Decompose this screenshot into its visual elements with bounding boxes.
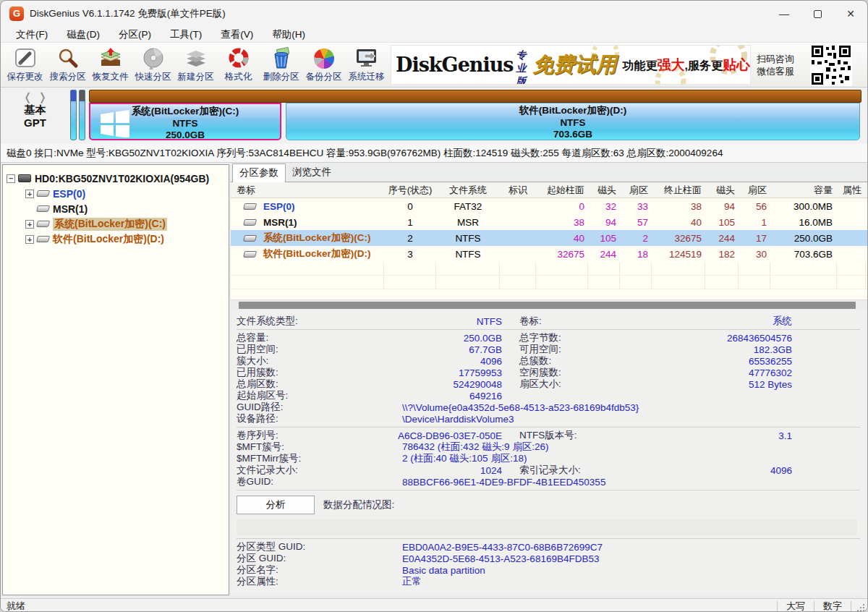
tree-node-system-c[interactable]: + 系统(BitLocker加密)(C:) [25,216,229,231]
disk-graph-bar: ❬❭ 基本 GPT 系统(BitLocker加密)(C:) NTFS 250.0… [1,88,867,144]
partition-table: 卷标 序号(状态) 文件系统 标识 起始柱面 磁头 扇区 终止柱面 磁头 扇区 … [231,182,867,310]
save-changes-button[interactable]: 保存更改 [4,44,46,85]
menu-view[interactable]: 查看(V) [211,28,263,41]
partition-block-esp[interactable] [70,90,77,140]
allocation-map-canvas [237,519,857,535]
maximize-button[interactable] [801,1,834,27]
disk-icon [18,174,31,182]
banner-edition: 专业版 [516,49,527,85]
diskgenius-window: G DiskGenius V6.1.1.1742 免费版(单文件PE版) — ✕… [0,0,868,612]
tree-node-disk[interactable]: − HD0:KBG50ZNV1T02KIOXIA(954GB) [7,171,229,186]
tree-node-msr[interactable]: MSR(1) [25,201,229,216]
partition-icon [243,251,257,258]
right-panel: 分区参数 浏览文件 卷标 序号(状态) 文件系统 标识 起始柱面 磁头 扇区 终… [231,163,867,595]
partition-d-label: 软件(BitLocker加密)(D:) NTFS 703.6GB [286,103,859,140]
quick-partition-button[interactable]: 快速分区 [132,44,174,85]
expand-icon[interactable]: + [25,220,34,229]
search-partition-button[interactable]: 搜索分区 [46,44,89,85]
qr-caption: 扫码咨询 微信客服 [751,53,809,77]
status-caps-indicator: 大写 [779,600,812,612]
divider [237,329,860,330]
pie-icon [314,46,334,71]
format-button[interactable]: 格式化 [217,44,260,85]
partition-icon [243,203,257,210]
banner-brand: DiskGenius [396,54,514,76]
windows-logo-icon [101,110,129,137]
partition-icon [243,219,257,226]
expand-icon[interactable]: + [25,235,34,244]
partition-block-msr[interactable] [79,90,85,140]
tab-strip: 分区参数 浏览文件 [231,163,867,182]
status-bar: 就绪 大写 数字 [1,598,867,612]
format-ring-icon [227,46,250,71]
table-row-esp[interactable]: ESP(0) 0 FAT32 0 32 33 38 94 56 300.0MB [231,198,867,214]
horizontal-scrollbar[interactable] [231,299,867,310]
status-separator [814,601,814,611]
table-row-msr[interactable]: MSR(1) 1 MSR 38 94 57 40 105 1 16.0MB [231,214,867,230]
main-area: − HD0:KBG50ZNV1T02KIOXIA(954GB) + ESP(0)… [1,163,867,598]
tree-node-esp[interactable]: + ESP(0) [25,186,229,201]
partition-icon [36,221,50,227]
disk-tree-panel: − HD0:KBG50ZNV1T02KIOXIA(954GB) + ESP(0)… [2,164,229,595]
toolbar: 保存更改 搜索分区 恢复文件 快速分区 新建分区 格式化 [1,42,867,88]
divider [237,538,860,539]
delete-partition-button[interactable]: 删除分区 [260,44,302,85]
status-ready: 就绪 [7,600,775,612]
disk-info-line: 磁盘0 接口:NVMe 型号:KBG50ZNV1T02KIOXIA 序列号:53… [1,144,867,163]
close-button[interactable]: ✕ [834,1,867,27]
disk-table-type: GPT [1,116,69,129]
tree-node-software-d[interactable]: + 软件(BitLocker加密)(D:) [25,231,229,247]
partition-icon [36,236,50,242]
table-header: 卷标 序号(状态) 文件系统 标识 起始柱面 磁头 扇区 终止柱面 磁头 扇区 … [231,182,867,198]
status-num-indicator: 数字 [816,600,849,612]
empty-table-row [231,262,867,276]
partition-block-c[interactable]: 系统(BitLocker加密)(C:) NTFS 250.0GB [89,103,281,140]
partition-icon [36,205,50,212]
table-row-software-d[interactable]: 软件(BitLocker加密)(D:) 3 NTFS 32675 244 18 … [231,246,867,262]
menu-tools[interactable]: 工具(T) [161,28,211,41]
qr-code [810,44,852,86]
maximize-icon [814,10,822,18]
menu-bar: 文件(F) 磁盘(D) 分区(P) 工具(T) 查看(V) 帮助(H) [1,27,867,42]
banner-slogan: 功能更强大,服务更贴心 [623,56,750,75]
divider [237,490,860,490]
table-row-system-c[interactable]: 系统(BitLocker加密)(C:) 2 NTFS 40 105 2 3267… [231,230,867,246]
layers-icon [184,46,208,71]
monitor-arrow-icon [354,46,379,71]
promo-banner[interactable]: DiskGenius 专业版 免费试用 功能更强大,服务更贴心 [391,45,751,85]
disk-partitions-strip: 系统(BitLocker加密)(C:) NTFS 250.0GB 软件(BitL… [70,90,861,140]
menu-help[interactable]: 帮助(H) [263,28,315,41]
menu-disk[interactable]: 磁盘(D) [57,28,109,41]
window-title: DiskGenius V6.1.1.1742 免费版(单文件PE版) [30,7,226,20]
divider [237,427,860,428]
backup-partition-button[interactable]: 备份分区 [302,44,345,85]
save-icon [14,46,37,71]
expand-icon[interactable]: + [25,190,34,198]
allocation-map-label: 数据分配情况图: [323,498,394,511]
disc-icon [142,46,165,71]
minimize-button[interactable]: — [767,1,801,27]
app-icon: G [9,7,24,21]
menu-partition[interactable]: 分区(P) [109,28,161,41]
collapse-icon[interactable]: − [7,174,15,183]
disk-layout-type: 基本 [1,103,69,116]
status-separator [777,601,778,611]
disk-nav-arrows[interactable]: ❬❭ [1,90,69,103]
menu-file[interactable]: 文件(F) [7,28,57,41]
scrollbar-thumb[interactable] [239,302,856,309]
disk-header-band [89,90,861,103]
system-migration-button[interactable]: 系统迁移 [345,44,388,85]
banner-trial-text: 免费试用 [533,51,617,80]
partition-icon [36,190,50,197]
title-bar: G DiskGenius V6.1.1.1742 免费版(单文件PE版) — ✕ [1,1,867,27]
new-partition-button[interactable]: 新建分区 [174,44,217,85]
partition-block-d[interactable]: 软件(BitLocker加密)(D:) NTFS 703.6GB [286,103,860,140]
recover-files-button[interactable]: 恢复文件 [89,44,132,85]
tab-partition-params[interactable]: 分区参数 [232,163,286,182]
partition-details: 文件系统类型:NTFS卷标:系统 总容量:250.0GB总字节数:2684365… [231,310,867,587]
status-separator [851,601,851,611]
tab-content: 卷标 序号(状态) 文件系统 标识 起始柱面 磁头 扇区 终止柱面 磁头 扇区 … [231,182,867,595]
tab-browse-files[interactable]: 浏览文件 [286,163,338,182]
analyze-button[interactable]: 分析 [237,496,315,514]
resize-grip[interactable] [856,603,865,612]
